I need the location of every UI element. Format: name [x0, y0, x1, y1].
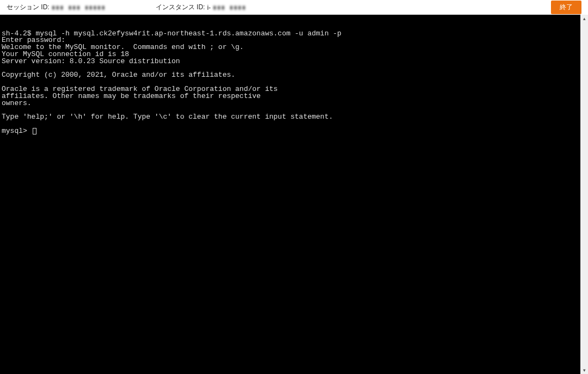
session-id-value: ▮▮▮ ▮▮▮ ▮▮▮▮▮: [52, 4, 106, 11]
terminal-line: Type 'help;' or '\h' for help. Type '\c'…: [2, 114, 579, 121]
terminal-line: owners.: [2, 100, 579, 107]
terminal-line: Server version: 8.0.23 Source distributi…: [2, 58, 579, 65]
terminal[interactable]: sh-4.2$ mysql -h mysql.ck2efysw4rit.ap-n…: [0, 15, 580, 374]
terminal-line: affiliates. Other names may be trademark…: [2, 93, 579, 100]
instance-id-label: インスタンス ID:: [156, 3, 205, 12]
session-id-label: セッション ID:: [7, 3, 50, 12]
terminal-line: [2, 121, 579, 128]
scroll-down-icon[interactable]: ▾: [580, 366, 588, 374]
instance-id-group: インスタンス ID: i- ▮▮▮ ▮▮▮▮: [156, 3, 246, 12]
session-header: セッション ID: ▮▮▮ ▮▮▮ ▮▮▮▮▮ インスタンス ID: i- ▮▮…: [0, 0, 588, 15]
end-session-button[interactable]: 終了: [551, 1, 581, 14]
instance-id-value: ▮▮▮ ▮▮▮▮: [213, 4, 246, 11]
scrollbar[interactable]: ▴ ▾: [580, 15, 588, 374]
scroll-up-icon[interactable]: ▴: [580, 15, 588, 22]
terminal-line: sh-4.2$ mysql -h mysql.ck2efysw4rit.ap-n…: [2, 30, 579, 38]
cursor-icon: [33, 128, 36, 134]
instance-id-prefix: i-: [207, 4, 211, 11]
session-id-group: セッション ID: ▮▮▮ ▮▮▮ ▮▮▮▮▮: [7, 3, 106, 12]
mysql-prompt: mysql>: [2, 127, 32, 135]
terminal-line: Copyright (c) 2000, 2021, Oracle and/or …: [2, 72, 579, 79]
